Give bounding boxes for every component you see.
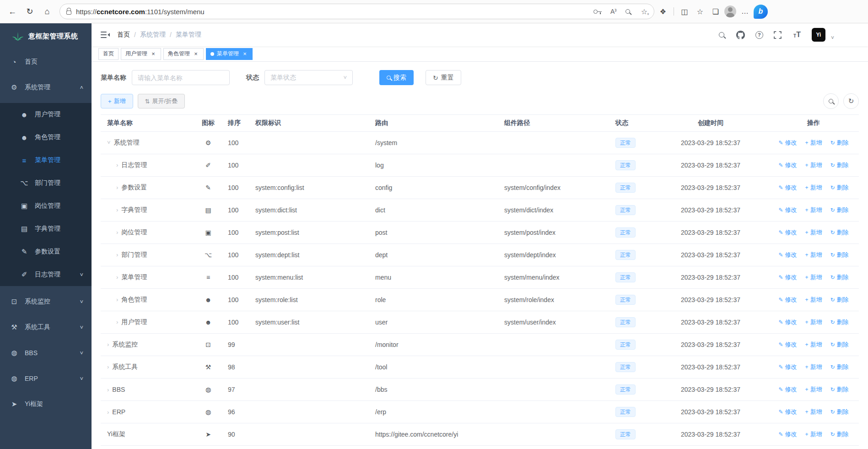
read-aloud-icon[interactable]: A (610, 8, 616, 15)
lock-icon[interactable] (66, 11, 71, 15)
extensions-icon[interactable]: ❖ (656, 5, 670, 18)
caret-down-icon[interactable]: ˅ (831, 35, 834, 41)
sidebar-item[interactable]: ⌥ 部门管理 (0, 172, 92, 195)
edit-link[interactable]: ✎修改 (779, 251, 797, 259)
tab[interactable]: 菜单管理 (206, 48, 253, 60)
sidebar-item[interactable]: ◔ 首页 (0, 49, 92, 75)
sidebar-item[interactable]: ◍ ERP ˅ (0, 366, 92, 391)
sidebar-collapse-icon[interactable] (101, 31, 111, 39)
edit-link[interactable]: ✎修改 (779, 341, 797, 349)
add-child-link[interactable]: +新增 (805, 206, 822, 214)
tab[interactable]: 首页 (98, 48, 119, 60)
reload-button[interactable]: ↻ (22, 4, 38, 19)
delete-link[interactable]: ↻删除 (830, 273, 848, 281)
sidebar-item[interactable]: ✐ 日志管理 ˅ (0, 263, 92, 286)
sidebar-item[interactable]: ☻ 角色管理 (0, 126, 92, 149)
edit-link[interactable]: ✎修改 (779, 228, 797, 237)
edit-link[interactable]: ✎修改 (779, 408, 797, 416)
add-child-link[interactable]: +新增 (805, 228, 822, 237)
home-button[interactable]: ⌂ (39, 4, 55, 19)
edit-link[interactable]: ✎修改 (779, 430, 797, 438)
delete-link[interactable]: ↻删除 (830, 139, 848, 147)
sidebar-item[interactable]: ⊡ 系统监控 ˅ (0, 289, 92, 314)
add-child-link[interactable]: +新增 (805, 161, 822, 169)
help-icon[interactable] (755, 31, 763, 39)
search-icon[interactable] (717, 30, 726, 39)
fullscreen-icon[interactable] (773, 30, 782, 39)
delete-link[interactable]: ↻删除 (830, 408, 848, 416)
sidebar-item[interactable]: ☻ 用户管理 (0, 103, 92, 126)
sidebar-item[interactable]: ✎ 参数设置 (0, 240, 92, 263)
add-child-link[interactable]: +新增 (805, 296, 822, 304)
add-child-link[interactable]: +新增 (805, 385, 822, 394)
collections-icon[interactable]: ❏ (709, 5, 722, 18)
password-icon[interactable] (593, 10, 598, 14)
expand-arrow-icon[interactable]: › (116, 184, 118, 191)
refresh-table-button[interactable]: ↻ (843, 93, 859, 109)
add-child-link[interactable]: +新增 (805, 318, 822, 326)
delete-link[interactable]: ↻删除 (830, 251, 848, 259)
add-child-link[interactable]: +新增 (805, 184, 822, 192)
expand-collapse-button[interactable]: ⇅ 展开/折叠 (138, 94, 185, 108)
edit-link[interactable]: ✎修改 (779, 363, 797, 371)
delete-link[interactable]: ↻删除 (830, 430, 848, 438)
expand-arrow-icon[interactable]: › (107, 341, 109, 348)
settings-more-icon[interactable]: … (738, 5, 752, 18)
add-button[interactable]: + 新增 (101, 94, 133, 108)
add-child-link[interactable]: +新增 (805, 273, 822, 281)
expand-arrow-icon[interactable]: › (116, 251, 118, 258)
delete-link[interactable]: ↻删除 (830, 184, 848, 192)
delete-link[interactable]: ↻删除 (830, 161, 848, 169)
expand-arrow-icon[interactable]: › (107, 386, 109, 393)
sidebar-item[interactable]: ➤ Yi框架 (0, 391, 92, 417)
delete-link[interactable]: ↻删除 (830, 341, 848, 349)
add-child-link[interactable]: +新增 (805, 363, 822, 371)
add-child-link[interactable]: +新增 (805, 430, 822, 438)
zoom-out-icon[interactable] (625, 9, 630, 14)
delete-link[interactable]: ↻删除 (830, 385, 848, 394)
edit-link[interactable]: ✎修改 (779, 206, 797, 214)
status-select[interactable]: 菜单状态 ˅ (264, 70, 353, 85)
sidebar-item[interactable]: ▣ 岗位管理 (0, 195, 92, 217)
add-child-link[interactable]: +新增 (805, 341, 822, 349)
edit-link[interactable]: ✎修改 (779, 161, 797, 169)
add-favorite-icon[interactable]: ☆ (641, 7, 647, 16)
app-logo[interactable]: 意框架管理系统 (0, 23, 92, 49)
delete-link[interactable]: ↻删除 (830, 228, 848, 237)
expand-arrow-icon[interactable]: › (116, 274, 118, 281)
close-icon[interactable] (242, 51, 248, 57)
bing-copilot-icon[interactable]: b (754, 5, 768, 19)
delete-link[interactable]: ↻删除 (830, 318, 848, 326)
expand-arrow-icon[interactable]: › (116, 319, 118, 325)
sidebar-item[interactable]: ⚒ 系统工具 ˅ (0, 314, 92, 340)
user-logo-avatar[interactable] (812, 28, 825, 42)
github-icon[interactable] (736, 30, 745, 39)
delete-link[interactable]: ↻删除 (830, 296, 848, 304)
edit-link[interactable]: ✎修改 (779, 296, 797, 304)
sidebar-item[interactable]: ▤ 字典管理 (0, 217, 92, 240)
reset-button[interactable]: ↻ 重置 (426, 70, 461, 85)
edit-link[interactable]: ✎修改 (779, 139, 797, 147)
show-search-button[interactable] (823, 93, 839, 109)
expand-arrow-icon[interactable]: › (116, 162, 118, 168)
edit-link[interactable]: ✎修改 (779, 385, 797, 394)
breadcrumb-home[interactable]: 首页 (117, 31, 130, 39)
edit-link[interactable]: ✎修改 (779, 273, 797, 281)
expand-arrow-icon[interactable]: › (116, 229, 118, 236)
expand-arrow-icon[interactable]: › (107, 409, 109, 416)
profile-avatar[interactable] (724, 5, 736, 17)
delete-link[interactable]: ↻删除 (830, 206, 848, 214)
expand-arrow-icon[interactable]: › (107, 363, 109, 370)
expand-arrow-icon[interactable]: › (116, 206, 118, 213)
close-icon[interactable] (193, 51, 199, 57)
delete-link[interactable]: ↻删除 (830, 363, 848, 371)
back-button[interactable]: ← (5, 4, 20, 19)
edit-link[interactable]: ✎修改 (779, 318, 797, 326)
search-button[interactable]: 搜索 (379, 70, 414, 85)
font-size-icon[interactable] (793, 30, 802, 39)
add-child-link[interactable]: +新增 (805, 139, 822, 147)
split-screen-icon[interactable]: ◫ (678, 5, 691, 18)
expand-arrow-icon[interactable]: ˅ (107, 139, 111, 146)
expand-arrow-icon[interactable]: › (116, 296, 118, 303)
sidebar-item[interactable]: ⚙ 系统管理 ˄ (0, 75, 92, 100)
